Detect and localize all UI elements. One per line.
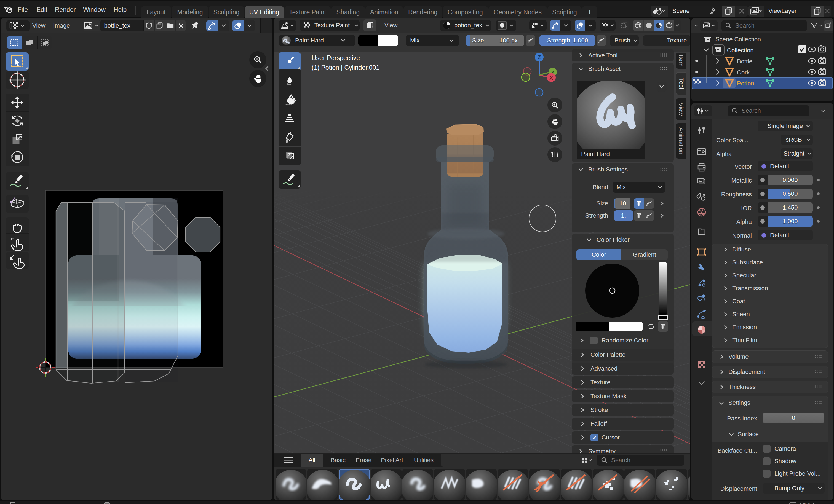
svg-text:Cork: Cork [737, 69, 750, 76]
svg-text:(1) Potion | Cylinder.001: (1) Potion | Cylinder.001 [312, 64, 379, 71]
svg-text:Bottle: Bottle [737, 58, 752, 65]
svg-text:Z: Z [537, 54, 541, 60]
svg-text:User Perspective: User Perspective [312, 54, 360, 62]
svg-text:Collection: Collection [727, 47, 754, 54]
svg-text:Scene Collection: Scene Collection [716, 36, 761, 43]
svg-text:X: X [549, 75, 553, 81]
svg-text:Potion: Potion [737, 80, 754, 87]
